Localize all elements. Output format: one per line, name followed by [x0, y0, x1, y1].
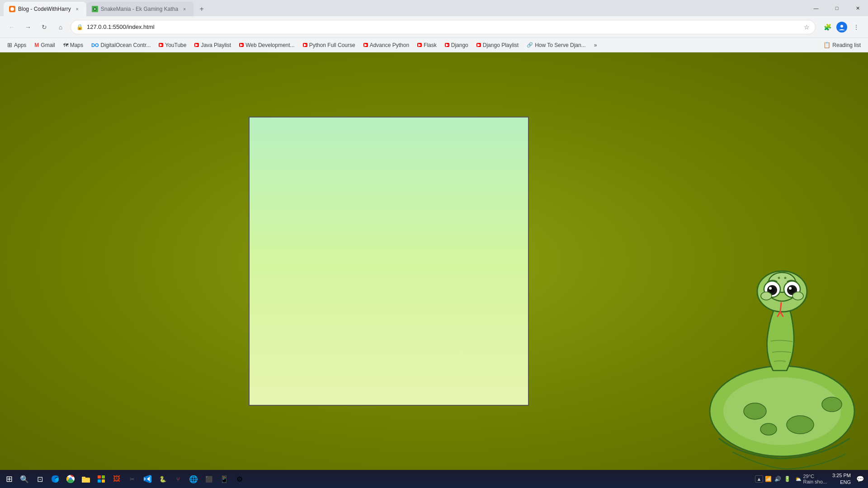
bookmark-maps[interactable]: 🗺 Maps	[60, 41, 87, 50]
bookmark-maps-label: Maps	[70, 42, 83, 48]
bookmark-python-full-label: Python Full Course	[309, 42, 355, 48]
git-button[interactable]: ⑂	[171, 472, 185, 486]
snake-cartoon	[696, 217, 868, 470]
flask-favicon: ▶	[417, 43, 422, 47]
bookmark-java-playlist[interactable]: ▶ Java Playlist	[191, 41, 235, 50]
game-canvas[interactable]	[249, 117, 529, 406]
tab2-title: SnakeMania - Ek Gaming Katha	[101, 6, 178, 12]
minimize-button[interactable]: —	[806, 0, 826, 16]
store-button[interactable]	[94, 472, 108, 486]
bookmark-web-dev[interactable]: ▶ Web Development...	[236, 41, 298, 50]
weather-temp: 29°C	[803, 474, 827, 479]
show-more-bookmarks[interactable]: »	[590, 41, 601, 50]
weather-widget[interactable]: ⛅ 29°C Rain sho...	[793, 474, 830, 484]
bookmark-youtube[interactable]: ▶ YouTube	[155, 41, 190, 50]
svg-point-22	[761, 292, 772, 300]
bookmark-gmail-label: Gmail	[41, 42, 55, 48]
bookmarks-bar: ⊞ Apps M Gmail 🗺 Maps DO DigitalOcean Co…	[0, 38, 868, 52]
svg-point-7	[787, 416, 814, 434]
weather-icon: ⛅	[795, 476, 802, 482]
reading-list-button[interactable]: 📋 Reading list	[820, 40, 864, 50]
battery-tray-icon[interactable]: 🔋	[783, 475, 792, 483]
network-tray-icon[interactable]: 📶	[764, 475, 773, 483]
clock-time: 3:25 PM	[832, 472, 851, 479]
tab2-close[interactable]: ×	[181, 5, 188, 13]
svg-rect-31	[98, 479, 101, 483]
menu-button[interactable]: ⋮	[850, 21, 863, 33]
maximize-button[interactable]: □	[826, 0, 847, 16]
svg-point-8	[822, 397, 842, 412]
start-button[interactable]: ⊞	[2, 472, 16, 486]
task-view-button[interactable]: ⊡	[33, 472, 47, 486]
tab1-close[interactable]: ×	[74, 5, 81, 13]
apps-icon: ⊞	[7, 42, 12, 48]
weather-info: 29°C Rain sho...	[803, 474, 827, 484]
bookmark-flask[interactable]: ▶ Flask	[414, 41, 440, 50]
home-button[interactable]: ⌂	[54, 21, 67, 33]
svg-point-20	[778, 277, 780, 279]
tab-codewithharry[interactable]: Blog - CodeWithHarry ×	[4, 2, 86, 16]
snipping-tool-button[interactable]: ✂	[125, 472, 139, 486]
svg-point-3	[840, 25, 843, 28]
profile-button[interactable]	[835, 21, 848, 33]
svg-point-21	[784, 277, 787, 279]
maps-favicon: 🗺	[63, 42, 68, 48]
svg-rect-28	[82, 479, 90, 483]
bookmark-apps[interactable]: ⊞ Apps	[4, 40, 30, 50]
bookmark-apps-label: Apps	[14, 42, 26, 48]
vscode-button[interactable]	[140, 472, 155, 486]
window-controls: — □ ✕	[806, 0, 868, 16]
notification-button[interactable]: 💬	[854, 472, 866, 486]
photos-button[interactable]: 🖼	[109, 472, 124, 486]
svg-rect-30	[102, 475, 105, 479]
svg-point-5	[723, 377, 841, 445]
bookmark-how-to-serve-label: How To Serve Djan...	[535, 42, 586, 48]
how-to-serve-favicon: 🔗	[527, 42, 533, 48]
svg-point-19	[789, 287, 792, 290]
python-button[interactable]: 🐍	[156, 472, 170, 486]
edge-button[interactable]	[48, 472, 62, 486]
browser2-button[interactable]: 🌐	[186, 472, 201, 486]
bookmark-advance-python[interactable]: ▶ Advance Python	[360, 41, 413, 50]
chrome-window: Blog - CodeWithHarry × SnakeMania - Ek G…	[0, 0, 868, 488]
bookmark-django-label: Django	[451, 42, 468, 48]
bookmark-django[interactable]: ▶ Django	[441, 41, 472, 50]
url-bar[interactable]: 🔒 127.0.0.1:5500/index.html ☆	[71, 20, 816, 34]
svg-point-0	[10, 7, 14, 11]
tab2-favicon	[92, 6, 98, 12]
bookmark-digitalocean[interactable]: DO DigitalOcean Contr...	[88, 41, 154, 50]
close-button[interactable]: ✕	[847, 0, 868, 16]
advance-python-favicon: ▶	[363, 43, 368, 47]
taskbar-clock[interactable]: 3:25 PM ENG	[830, 472, 853, 486]
search-button[interactable]: 🔍	[17, 472, 32, 486]
python-full-favicon: ▶	[303, 43, 307, 47]
tab-snakemania[interactable]: SnakeMania - Ek Gaming Katha ×	[86, 2, 193, 16]
chrome-taskbar-button[interactable]	[63, 472, 78, 486]
reading-list-icon: 📋	[823, 42, 830, 48]
extensions-button[interactable]: 🧩	[821, 21, 834, 33]
tray-expand-button[interactable]: ▲	[755, 475, 764, 483]
back-button[interactable]: ←	[5, 21, 18, 33]
file-explorer-button[interactable]	[79, 472, 93, 486]
title-bar: Blog - CodeWithHarry × SnakeMania - Ek G…	[0, 0, 868, 16]
settings-button[interactable]: ⚙	[232, 472, 247, 486]
forward-button[interactable]: →	[22, 21, 34, 33]
app9-button[interactable]: 📱	[217, 472, 231, 486]
clock-date: ENG	[832, 479, 851, 486]
bookmark-python-full[interactable]: ▶ Python Full Course	[299, 41, 359, 50]
svg-point-6	[744, 403, 766, 419]
reload-button[interactable]: ↻	[38, 21, 51, 33]
gmail-favicon: M	[34, 42, 39, 48]
bookmark-web-dev-label: Web Development...	[245, 42, 295, 48]
bookmark-how-to-serve[interactable]: 🔗 How To Serve Djan...	[523, 41, 590, 50]
bookmark-django-playlist[interactable]: ▶ Django Playlist	[473, 41, 522, 50]
svg-point-9	[760, 423, 777, 435]
new-tab-button[interactable]: +	[195, 3, 208, 15]
terminal-button[interactable]: ⬛	[202, 472, 216, 486]
web-dev-favicon: ▶	[239, 43, 244, 47]
weather-condition: Rain sho...	[803, 479, 827, 484]
tab1-title: Blog - CodeWithHarry	[18, 6, 71, 12]
bookmark-gmail[interactable]: M Gmail	[31, 41, 58, 50]
volume-tray-icon[interactable]: 🔊	[774, 475, 782, 483]
bookmark-star-icon[interactable]: ☆	[804, 23, 810, 31]
